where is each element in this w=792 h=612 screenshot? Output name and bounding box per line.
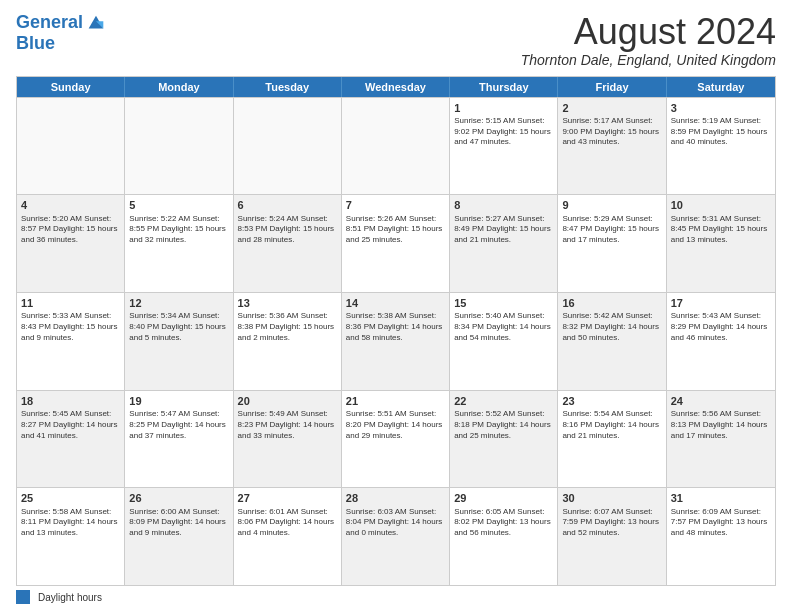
header-day-wednesday: Wednesday [342, 77, 450, 97]
day-number: 13 [238, 296, 337, 310]
cell-info: Sunrise: 5:51 AM Sunset: 8:20 PM Dayligh… [346, 409, 445, 441]
cal-cell-5: 5Sunrise: 5:22 AM Sunset: 8:55 PM Daylig… [125, 195, 233, 292]
footer: Daylight hours [16, 590, 776, 604]
day-number: 28 [346, 491, 445, 505]
header-day-monday: Monday [125, 77, 233, 97]
day-number: 20 [238, 394, 337, 408]
day-number: 31 [671, 491, 771, 505]
day-number: 1 [454, 101, 553, 115]
day-number: 22 [454, 394, 553, 408]
cal-cell-21: 21Sunrise: 5:51 AM Sunset: 8:20 PM Dayli… [342, 391, 450, 488]
day-number: 4 [21, 198, 120, 212]
cal-cell-18: 18Sunrise: 5:45 AM Sunset: 8:27 PM Dayli… [17, 391, 125, 488]
day-number: 27 [238, 491, 337, 505]
cell-info: Sunrise: 5:58 AM Sunset: 8:11 PM Dayligh… [21, 507, 120, 539]
cal-cell-10: 10Sunrise: 5:31 AM Sunset: 8:45 PM Dayli… [667, 195, 775, 292]
cal-cell-31: 31Sunrise: 6:09 AM Sunset: 7:57 PM Dayli… [667, 488, 775, 585]
cal-cell-1: 1Sunrise: 5:15 AM Sunset: 9:02 PM Daylig… [450, 98, 558, 195]
day-number: 6 [238, 198, 337, 212]
cell-info: Sunrise: 5:34 AM Sunset: 8:40 PM Dayligh… [129, 311, 228, 343]
calendar-row-3: 11Sunrise: 5:33 AM Sunset: 8:43 PM Dayli… [17, 292, 775, 390]
cal-cell-14: 14Sunrise: 5:38 AM Sunset: 8:36 PM Dayli… [342, 293, 450, 390]
cell-info: Sunrise: 6:00 AM Sunset: 8:09 PM Dayligh… [129, 507, 228, 539]
cal-cell-12: 12Sunrise: 5:34 AM Sunset: 8:40 PM Dayli… [125, 293, 233, 390]
cal-cell-11: 11Sunrise: 5:33 AM Sunset: 8:43 PM Dayli… [17, 293, 125, 390]
cell-info: Sunrise: 5:29 AM Sunset: 8:47 PM Dayligh… [562, 214, 661, 246]
header-day-friday: Friday [558, 77, 666, 97]
calendar-row-1: 1Sunrise: 5:15 AM Sunset: 9:02 PM Daylig… [17, 97, 775, 195]
cal-cell-15: 15Sunrise: 5:40 AM Sunset: 8:34 PM Dayli… [450, 293, 558, 390]
cal-cell-23: 23Sunrise: 5:54 AM Sunset: 8:16 PM Dayli… [558, 391, 666, 488]
day-number: 25 [21, 491, 120, 505]
cal-cell-3: 3Sunrise: 5:19 AM Sunset: 8:59 PM Daylig… [667, 98, 775, 195]
day-number: 8 [454, 198, 553, 212]
cal-cell-30: 30Sunrise: 6:07 AM Sunset: 7:59 PM Dayli… [558, 488, 666, 585]
cal-cell-28: 28Sunrise: 6:03 AM Sunset: 8:04 PM Dayli… [342, 488, 450, 585]
day-number: 24 [671, 394, 771, 408]
cal-cell-empty-1 [125, 98, 233, 195]
day-number: 16 [562, 296, 661, 310]
day-number: 17 [671, 296, 771, 310]
page: General Blue August 2024 Thornton Dale, … [0, 0, 792, 612]
calendar-header: SundayMondayTuesdayWednesdayThursdayFrid… [17, 77, 775, 97]
day-number: 21 [346, 394, 445, 408]
cell-info: Sunrise: 5:45 AM Sunset: 8:27 PM Dayligh… [21, 409, 120, 441]
logo-text: General [16, 13, 83, 33]
cell-info: Sunrise: 5:47 AM Sunset: 8:25 PM Dayligh… [129, 409, 228, 441]
cal-cell-8: 8Sunrise: 5:27 AM Sunset: 8:49 PM Daylig… [450, 195, 558, 292]
cell-info: Sunrise: 6:05 AM Sunset: 8:02 PM Dayligh… [454, 507, 553, 539]
cell-info: Sunrise: 5:49 AM Sunset: 8:23 PM Dayligh… [238, 409, 337, 441]
calendar-row-2: 4Sunrise: 5:20 AM Sunset: 8:57 PM Daylig… [17, 194, 775, 292]
logo-icon [85, 12, 107, 34]
logo-text2: Blue [16, 34, 107, 54]
cal-cell-empty-2 [234, 98, 342, 195]
cal-cell-20: 20Sunrise: 5:49 AM Sunset: 8:23 PM Dayli… [234, 391, 342, 488]
cell-info: Sunrise: 5:36 AM Sunset: 8:38 PM Dayligh… [238, 311, 337, 343]
cell-info: Sunrise: 5:31 AM Sunset: 8:45 PM Dayligh… [671, 214, 771, 246]
cal-cell-16: 16Sunrise: 5:42 AM Sunset: 8:32 PM Dayli… [558, 293, 666, 390]
cell-info: Sunrise: 5:19 AM Sunset: 8:59 PM Dayligh… [671, 116, 771, 148]
cal-cell-empty-3 [342, 98, 450, 195]
logo: General Blue [16, 12, 107, 54]
title-block: August 2024 Thornton Dale, England, Unit… [521, 12, 776, 68]
cell-info: Sunrise: 6:07 AM Sunset: 7:59 PM Dayligh… [562, 507, 661, 539]
day-number: 19 [129, 394, 228, 408]
day-number: 30 [562, 491, 661, 505]
cell-info: Sunrise: 5:56 AM Sunset: 8:13 PM Dayligh… [671, 409, 771, 441]
header-day-saturday: Saturday [667, 77, 775, 97]
day-number: 5 [129, 198, 228, 212]
cal-cell-2: 2Sunrise: 5:17 AM Sunset: 9:00 PM Daylig… [558, 98, 666, 195]
cell-info: Sunrise: 5:27 AM Sunset: 8:49 PM Dayligh… [454, 214, 553, 246]
cell-info: Sunrise: 5:38 AM Sunset: 8:36 PM Dayligh… [346, 311, 445, 343]
calendar: SundayMondayTuesdayWednesdayThursdayFrid… [16, 76, 776, 586]
day-number: 14 [346, 296, 445, 310]
cal-cell-25: 25Sunrise: 5:58 AM Sunset: 8:11 PM Dayli… [17, 488, 125, 585]
day-number: 18 [21, 394, 120, 408]
cell-info: Sunrise: 6:01 AM Sunset: 8:06 PM Dayligh… [238, 507, 337, 539]
cal-cell-19: 19Sunrise: 5:47 AM Sunset: 8:25 PM Dayli… [125, 391, 233, 488]
cell-info: Sunrise: 5:24 AM Sunset: 8:53 PM Dayligh… [238, 214, 337, 246]
cell-info: Sunrise: 6:09 AM Sunset: 7:57 PM Dayligh… [671, 507, 771, 539]
cell-info: Sunrise: 6:03 AM Sunset: 8:04 PM Dayligh… [346, 507, 445, 539]
day-number: 3 [671, 101, 771, 115]
day-number: 23 [562, 394, 661, 408]
cell-info: Sunrise: 5:43 AM Sunset: 8:29 PM Dayligh… [671, 311, 771, 343]
day-number: 2 [562, 101, 661, 115]
cal-cell-22: 22Sunrise: 5:52 AM Sunset: 8:18 PM Dayli… [450, 391, 558, 488]
cell-info: Sunrise: 5:20 AM Sunset: 8:57 PM Dayligh… [21, 214, 120, 246]
cell-info: Sunrise: 5:42 AM Sunset: 8:32 PM Dayligh… [562, 311, 661, 343]
location: Thornton Dale, England, United Kingdom [521, 52, 776, 68]
cal-cell-29: 29Sunrise: 6:05 AM Sunset: 8:02 PM Dayli… [450, 488, 558, 585]
cal-cell-24: 24Sunrise: 5:56 AM Sunset: 8:13 PM Dayli… [667, 391, 775, 488]
header-day-thursday: Thursday [450, 77, 558, 97]
cell-info: Sunrise: 5:52 AM Sunset: 8:18 PM Dayligh… [454, 409, 553, 441]
cell-info: Sunrise: 5:40 AM Sunset: 8:34 PM Dayligh… [454, 311, 553, 343]
month-year: August 2024 [521, 12, 776, 52]
day-number: 26 [129, 491, 228, 505]
daylight-box-icon [16, 590, 30, 604]
cal-cell-27: 27Sunrise: 6:01 AM Sunset: 8:06 PM Dayli… [234, 488, 342, 585]
calendar-row-4: 18Sunrise: 5:45 AM Sunset: 8:27 PM Dayli… [17, 390, 775, 488]
day-number: 11 [21, 296, 120, 310]
day-number: 7 [346, 198, 445, 212]
cell-info: Sunrise: 5:17 AM Sunset: 9:00 PM Dayligh… [562, 116, 661, 148]
